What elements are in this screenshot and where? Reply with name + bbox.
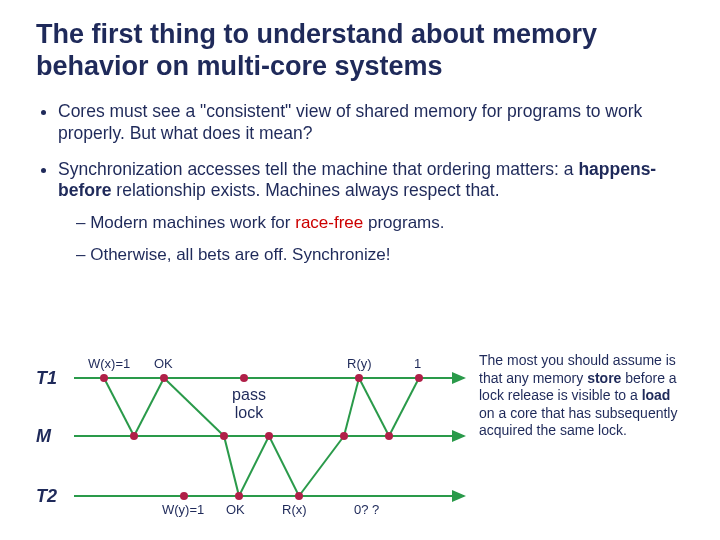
svg-line-8 <box>269 436 299 496</box>
svg-line-3 <box>104 378 134 436</box>
lbl-zero: 0? ? <box>354 502 379 517</box>
svg-line-11 <box>359 378 389 436</box>
svg-line-9 <box>299 436 344 496</box>
b2-pre: Synchronization accesses tell the machin… <box>58 159 578 179</box>
note-4: load <box>642 387 671 403</box>
svg-line-10 <box>344 378 359 436</box>
sub-1: Modern machines work for race-free progr… <box>76 212 684 233</box>
bullet-2: Synchronization accesses tell the machin… <box>58 159 684 265</box>
lbl-wx: W(x)=1 <box>88 356 130 371</box>
b2-post: relationship exists. Machines always res… <box>111 180 499 200</box>
lbl-ry: R(y) <box>347 356 372 371</box>
svg-line-6 <box>224 436 239 496</box>
svg-point-25 <box>295 492 303 500</box>
svg-line-12 <box>389 378 419 436</box>
svg-point-24 <box>235 492 243 500</box>
bullet-list: Cores must see a "consistent" view of sh… <box>36 101 684 265</box>
bullet-1: Cores must see a "consistent" view of sh… <box>58 101 684 145</box>
svg-point-20 <box>265 432 273 440</box>
lbl-lock: lock <box>235 404 264 421</box>
happens-before-diagram: T1 M T2 <box>36 350 684 525</box>
svg-line-4 <box>134 378 164 436</box>
sub-2: Otherwise, all bets are off. Synchronize… <box>76 244 684 265</box>
lbl-ok1: OK <box>154 356 173 371</box>
svg-point-22 <box>385 432 393 440</box>
lbl-rx: R(x) <box>282 502 307 517</box>
svg-point-13 <box>100 374 108 382</box>
svg-point-18 <box>130 432 138 440</box>
side-note: The most you should assume is that any m… <box>479 352 684 440</box>
lbl-one: 1 <box>414 356 421 371</box>
lbl-wy: W(y)=1 <box>162 502 204 517</box>
note-2: store <box>587 370 621 386</box>
sub-list: Modern machines work for race-free progr… <box>58 212 684 265</box>
svg-point-16 <box>355 374 363 382</box>
lbl-ok2: OK <box>226 502 245 517</box>
s1-post: programs. <box>363 213 444 232</box>
note-5: on a core that has subsequently acquired… <box>479 405 677 439</box>
timeline-svg: W(x)=1 OK R(y) 1 pass lock W(y)=1 OK R(x… <box>64 350 504 525</box>
svg-line-7 <box>239 436 269 496</box>
row-t2: T2 <box>36 486 57 507</box>
svg-point-21 <box>340 432 348 440</box>
row-t1: T1 <box>36 368 57 389</box>
svg-point-23 <box>180 492 188 500</box>
svg-line-5 <box>164 378 224 436</box>
svg-point-15 <box>240 374 248 382</box>
slide-title: The first thing to understand about memo… <box>36 18 684 83</box>
s1-red: race-free <box>295 213 363 232</box>
row-m: M <box>36 426 51 447</box>
lbl-pass: pass <box>232 386 266 403</box>
svg-point-19 <box>220 432 228 440</box>
svg-point-14 <box>160 374 168 382</box>
svg-point-17 <box>415 374 423 382</box>
s1-pre: Modern machines work for <box>90 213 295 232</box>
